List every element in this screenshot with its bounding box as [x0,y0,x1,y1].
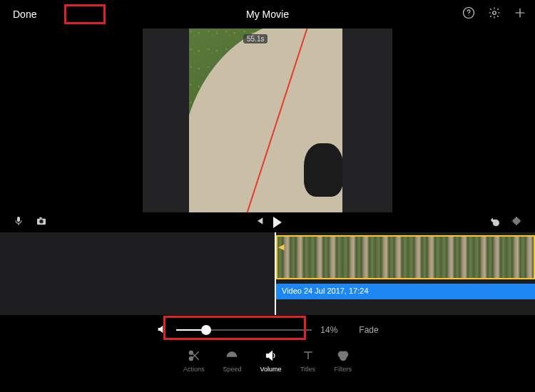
volume-controls: 14% Fade [0,315,535,345]
timeline-empty-left [0,232,275,315]
skip-back-icon[interactable] [253,215,265,229]
svg-point-2 [493,11,496,15]
timeline-clips[interactable]: ◀ Video 24 Jul 2017, 17:24 [275,232,535,315]
svg-rect-3 [17,217,20,222]
speaker-icon[interactable] [156,324,168,337]
tab-label: Volume [260,366,282,373]
tab-label: Filters [335,366,352,373]
volume-percent-label: 14% [320,325,337,335]
header-actions [462,6,526,22]
fade-button[interactable]: Fade [359,325,378,335]
speedometer-icon [224,348,240,363]
tab-titles[interactable]: Titles [300,348,316,373]
clip-label[interactable]: Video 24 Jul 2017, 17:24 [276,284,535,299]
inspector-tabs: Actions Speed Volume Titles Filters [0,345,535,383]
clip-start-indicator: ◀ [278,242,284,252]
tab-label: Actions [183,366,205,373]
video-preview[interactable]: 55.1s [189,29,346,212]
done-button[interactable]: Done [9,7,41,21]
camera-icon[interactable] [36,215,47,229]
video-clip[interactable] [276,235,535,279]
svg-point-11 [340,354,346,360]
project-title: My Movie [246,9,289,20]
preview-matte-right [342,29,392,212]
timeline[interactable]: ◀ Video 24 Jul 2017, 17:24 [0,232,535,315]
gear-icon[interactable] [488,6,501,22]
tab-speed[interactable]: Speed [223,348,241,373]
tab-volume[interactable]: Volume [260,348,282,373]
svg-point-5 [39,220,43,223]
undo-icon[interactable] [489,215,501,229]
text-icon [300,348,316,363]
help-icon[interactable] [462,6,475,22]
play-icon[interactable] [273,217,282,228]
transport-toolbar [0,212,535,232]
mic-icon[interactable] [13,215,24,229]
playhead[interactable] [275,232,276,315]
preview-subject [304,143,343,197]
waveform-icon[interactable] [511,215,522,229]
preview-matte-left [143,29,193,212]
svg-rect-6 [39,217,41,219]
svg-point-1 [468,15,469,16]
tab-actions[interactable]: Actions [183,348,205,373]
plus-icon[interactable] [514,6,526,22]
filters-icon [335,348,351,363]
preview-area: 55.1s [0,29,535,212]
volume-slider[interactable] [176,329,312,331]
tab-filters[interactable]: Filters [335,348,352,373]
header-bar: Done My Movie [0,0,535,29]
tab-label: Speed [223,366,241,373]
duration-badge: 55.1s [243,34,268,43]
volume-knob[interactable] [201,325,211,335]
tab-label: Titles [300,366,315,373]
volume-icon [263,348,279,363]
scissors-icon [186,348,202,363]
